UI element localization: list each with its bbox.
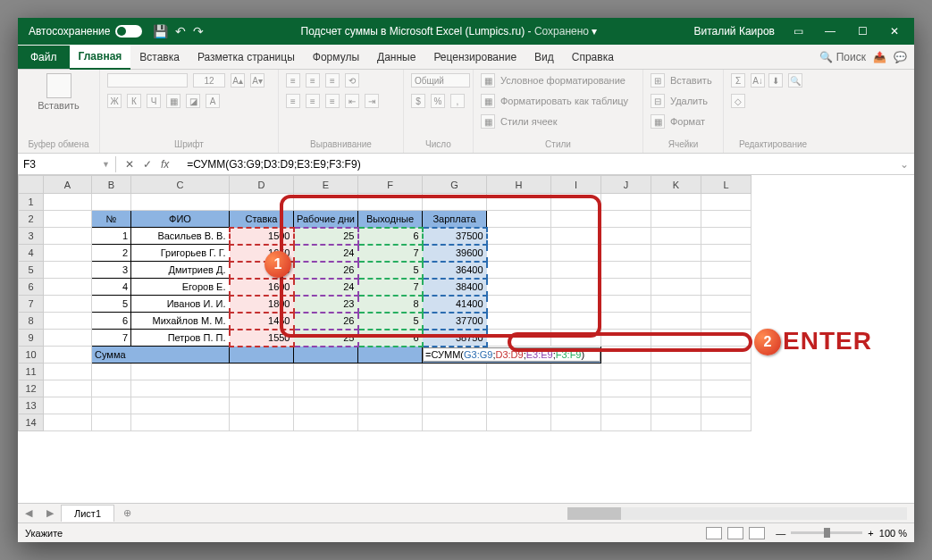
- horizontal-scrollbar[interactable]: [567, 507, 907, 520]
- fx-icon[interactable]: fx: [161, 158, 174, 171]
- cell-D-7[interactable]: 1800: [230, 296, 294, 313]
- border-button[interactable]: ▦: [166, 94, 181, 108]
- fill-icon[interactable]: ⬇: [768, 73, 783, 88]
- formula-input[interactable]: =СУММ(G3:G9;D3:D9;E3:E9;F3:F9): [183, 156, 894, 172]
- accept-formula-icon[interactable]: ✓: [143, 158, 152, 171]
- cell-F-12[interactable]: [358, 380, 423, 397]
- worksheet-grid[interactable]: ABCDEFGHIJKL12№ФИОСтавкаРабочие дниВыход…: [18, 175, 914, 503]
- sheet-nav-prev[interactable]: ◀: [18, 507, 39, 519]
- cell-H-4[interactable]: [487, 245, 551, 262]
- cell-L-3[interactable]: [701, 228, 751, 245]
- cell-L-13[interactable]: [701, 397, 751, 414]
- cell-C-3[interactable]: Васильев В. В.: [131, 228, 230, 245]
- indent-decrease-icon[interactable]: ⇤: [345, 94, 359, 108]
- autosum-icon[interactable]: Σ: [731, 73, 745, 88]
- sort-icon[interactable]: A↓: [751, 73, 765, 88]
- insert-cells-button[interactable]: ⊞Вставить: [651, 73, 712, 88]
- cell-B-7[interactable]: 5: [92, 296, 131, 313]
- cell-L-14[interactable]: [701, 414, 751, 431]
- cell-F-6[interactable]: 7: [358, 279, 423, 296]
- cell-F-2[interactable]: Выходные: [358, 211, 423, 228]
- cell-A-10[interactable]: [44, 347, 92, 364]
- cell-G-4[interactable]: 39600: [423, 245, 487, 262]
- cell-H-3[interactable]: [487, 228, 551, 245]
- cell-J-2[interactable]: [601, 211, 651, 228]
- tab-formulas[interactable]: Формулы: [304, 46, 368, 69]
- cell-B-1[interactable]: [92, 194, 131, 211]
- save-icon[interactable]: 💾: [153, 24, 168, 38]
- page-layout-view-icon[interactable]: [727, 527, 743, 539]
- indent-increase-icon[interactable]: ⇥: [365, 94, 379, 108]
- cell-D-14[interactable]: [230, 414, 294, 431]
- row-header-10[interactable]: 10: [19, 347, 44, 364]
- cell-F-14[interactable]: [358, 414, 423, 431]
- cell-J-4[interactable]: [601, 245, 651, 262]
- row-header-12[interactable]: 12: [19, 380, 44, 397]
- tab-help[interactable]: Справка: [563, 46, 623, 69]
- find-icon[interactable]: 🔍: [788, 73, 802, 88]
- row-header-8[interactable]: 8: [19, 313, 44, 330]
- redo-icon[interactable]: ↷: [193, 24, 204, 38]
- cell-C-8[interactable]: Михайлов М. М.: [131, 313, 230, 330]
- cell-K-13[interactable]: [651, 397, 701, 414]
- cell-C-4[interactable]: Григорьев Г. Г.: [131, 245, 230, 262]
- cell-I-1[interactable]: [551, 194, 601, 211]
- cell-E-10[interactable]: [294, 347, 358, 364]
- cell-F-10[interactable]: [358, 347, 423, 364]
- paste-button[interactable]: Вставить: [25, 73, 92, 111]
- align-right-icon[interactable]: ≡: [325, 94, 340, 108]
- cell-G-2[interactable]: Зарплата: [423, 211, 487, 228]
- cell-J-5[interactable]: [601, 262, 651, 279]
- cell-I-4[interactable]: [551, 245, 601, 262]
- cell-C-12[interactable]: [131, 380, 230, 397]
- col-header-I[interactable]: I: [551, 176, 601, 194]
- zoom-in-button[interactable]: +: [868, 528, 873, 539]
- cell-J-9[interactable]: [601, 330, 651, 347]
- cell-E-9[interactable]: 25: [294, 330, 358, 347]
- row-header-1[interactable]: 1: [19, 194, 44, 211]
- row-header-11[interactable]: 11: [19, 364, 44, 380]
- col-header-E[interactable]: E: [294, 176, 358, 194]
- zoom-slider[interactable]: [791, 531, 862, 534]
- col-header-H[interactable]: H: [487, 176, 551, 194]
- cell-H-9[interactable]: [487, 330, 551, 347]
- row-header-13[interactable]: 13: [19, 397, 44, 414]
- fill-color-button[interactable]: ◪: [186, 94, 200, 108]
- cell-G-13[interactable]: [423, 397, 487, 414]
- cell-J-8[interactable]: [601, 313, 651, 330]
- row-header-7[interactable]: 7: [19, 296, 44, 313]
- cell-H-6[interactable]: [487, 279, 551, 296]
- cell-H-7[interactable]: [487, 296, 551, 313]
- cell-E-13[interactable]: [294, 397, 358, 414]
- cell-I-7[interactable]: [551, 296, 601, 313]
- cell-L-2[interactable]: [701, 211, 751, 228]
- cell-E-7[interactable]: 23: [294, 296, 358, 313]
- tab-insert[interactable]: Вставка: [130, 46, 189, 69]
- cell-D-1[interactable]: [230, 194, 294, 211]
- col-header-F[interactable]: F: [358, 176, 423, 194]
- cell-B-9[interactable]: 7: [92, 330, 131, 347]
- col-header-G[interactable]: G: [423, 176, 487, 194]
- cell-F-3[interactable]: 6: [358, 228, 423, 245]
- tab-review[interactable]: Рецензирование: [424, 46, 525, 69]
- cell-G-14[interactable]: [423, 414, 487, 431]
- share-button[interactable]: 📤: [873, 51, 886, 63]
- cell-E-12[interactable]: [294, 380, 358, 397]
- autosave-toggle[interactable]: [115, 25, 142, 38]
- orientation-icon[interactable]: ⟲: [345, 73, 359, 88]
- cell-J-3[interactable]: [601, 228, 651, 245]
- cell-I-10[interactable]: =СУММ(G3:G9;D3:D9;E3:E9;F3:F9): [423, 347, 601, 364]
- cell-D-8[interactable]: 1450: [230, 313, 294, 330]
- zoom-level[interactable]: 100 %: [879, 528, 907, 539]
- cell-H-13[interactable]: [487, 397, 551, 414]
- cell-E-14[interactable]: [294, 414, 358, 431]
- cell-A-13[interactable]: [44, 397, 92, 414]
- underline-button[interactable]: Ч: [147, 94, 161, 108]
- cell-A-12[interactable]: [44, 380, 92, 397]
- cell-I-9[interactable]: [551, 330, 601, 347]
- cell-G-3[interactable]: 37500: [423, 228, 487, 245]
- cell-D-6[interactable]: 1600: [230, 279, 294, 296]
- align-bottom-icon[interactable]: ≡: [325, 73, 340, 88]
- cell-K-3[interactable]: [651, 228, 701, 245]
- align-center-icon[interactable]: ≡: [306, 94, 320, 108]
